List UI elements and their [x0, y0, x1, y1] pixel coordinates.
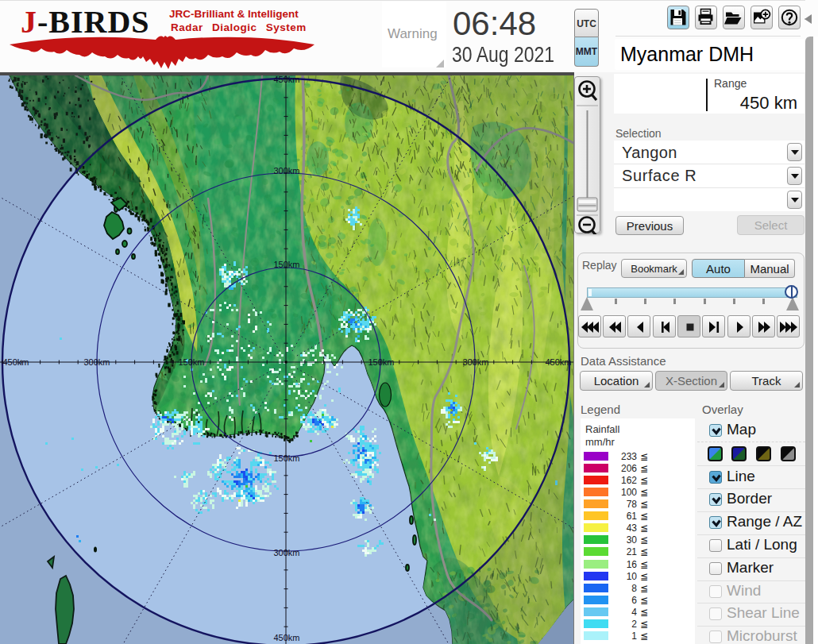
svg-text:150km: 150km	[273, 260, 299, 269]
svg-text:150km: 150km	[273, 453, 299, 463]
svg-text:300km: 300km	[462, 357, 488, 367]
svg-text:450km: 450km	[273, 633, 299, 642]
svg-text:150km: 150km	[368, 357, 394, 367]
svg-text:300km: 300km	[273, 166, 299, 175]
svg-text:450km: 450km	[545, 357, 571, 367]
svg-text:150km: 150km	[178, 357, 204, 367]
svg-text:300km: 300km	[273, 548, 299, 557]
svg-text:300km: 300km	[83, 357, 110, 367]
svg-text:450km: 450km	[273, 75, 299, 84]
svg-text:450km: 450km	[2, 357, 29, 367]
